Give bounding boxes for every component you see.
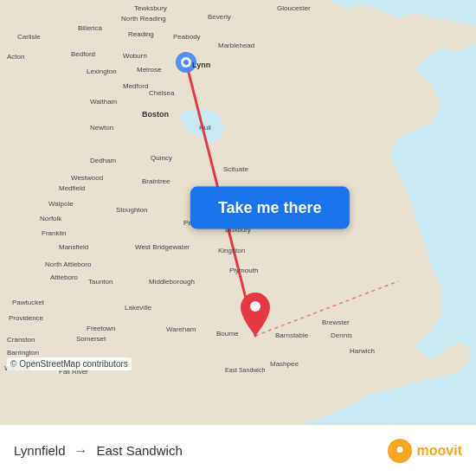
svg-text:Mansfield: Mansfield: [59, 243, 88, 251]
svg-text:Peabody: Peabody: [173, 33, 201, 41]
svg-text:Providence: Providence: [9, 314, 44, 322]
svg-text:West Bridgewater: West Bridgewater: [135, 243, 190, 251]
svg-text:Billerica: Billerica: [78, 24, 103, 32]
svg-text:Attleboro: Attleboro: [50, 273, 79, 281]
svg-text:Freetown: Freetown: [87, 325, 115, 332]
svg-text:Braintree: Braintree: [142, 177, 170, 185]
svg-text:Bedford: Bedford: [71, 50, 95, 58]
svg-text:Scituate: Scituate: [223, 165, 248, 173]
take-me-there-button[interactable]: Take me there: [190, 187, 350, 229]
svg-text:Brewster: Brewster: [322, 318, 350, 326]
moovit-text: moovit: [417, 443, 462, 459]
svg-text:Cranston: Cranston: [7, 336, 35, 344]
svg-text:Medfield: Medfield: [59, 184, 85, 192]
svg-text:Carlisle: Carlisle: [17, 33, 41, 41]
svg-text:East Sandwich: East Sandwich: [225, 367, 265, 373]
svg-text:North Attleboro: North Attleboro: [45, 261, 92, 268]
svg-text:Tewksbury: Tewksbury: [134, 4, 167, 12]
svg-text:Boston: Boston: [142, 110, 169, 119]
map-attribution: © OpenStreetMap contributors: [7, 357, 132, 370]
svg-text:Melrose: Melrose: [137, 66, 162, 74]
destination-label: East Sandwich: [97, 443, 183, 458]
svg-text:Norfolk: Norfolk: [40, 215, 62, 222]
svg-text:Bourne: Bourne: [216, 330, 239, 338]
moovit-icon: [388, 439, 412, 463]
svg-text:Marblehead: Marblehead: [218, 42, 254, 49]
svg-text:Kingston: Kingston: [218, 247, 245, 254]
svg-point-4: [183, 60, 189, 65]
svg-text:Reading: Reading: [128, 30, 154, 38]
svg-text:Pawtucket: Pawtucket: [12, 299, 45, 306]
svg-point-65: [396, 447, 402, 453]
svg-text:Newton: Newton: [90, 124, 113, 132]
svg-text:Middleborough: Middleborough: [149, 278, 195, 286]
svg-text:Lakeville: Lakeville: [125, 304, 152, 312]
svg-text:Westwood: Westwood: [71, 174, 103, 182]
svg-text:Medford: Medford: [123, 82, 148, 90]
svg-text:Beverly: Beverly: [208, 13, 231, 21]
svg-text:Wareham: Wareham: [166, 325, 196, 333]
svg-text:Barnstable: Barnstable: [275, 331, 309, 339]
svg-text:Lexington: Lexington: [87, 68, 117, 75]
moovit-logo: moovit: [388, 439, 462, 463]
svg-text:Somerset: Somerset: [76, 335, 106, 343]
svg-text:Taunton: Taunton: [88, 278, 113, 286]
svg-point-5: [250, 301, 261, 312]
svg-text:Chelsea: Chelsea: [149, 89, 175, 97]
svg-text:Dedham: Dedham: [90, 157, 117, 164]
svg-text:Stoughton: Stoughton: [116, 206, 147, 214]
svg-text:Hull: Hull: [199, 124, 211, 132]
svg-text:Plymouth: Plymouth: [229, 267, 258, 274]
arrow-icon: →: [74, 443, 88, 459]
svg-text:Dennis: Dennis: [331, 331, 352, 339]
svg-text:Acton: Acton: [7, 53, 24, 61]
bottom-bar: Lynnfield → East Sandwich moovit: [0, 424, 476, 476]
route-button-container: Take me there: [190, 187, 350, 229]
svg-text:Lynn: Lynn: [192, 61, 210, 69]
svg-text:Gloucester: Gloucester: [277, 4, 311, 12]
svg-text:Franklin: Franklin: [42, 229, 66, 237]
map-container: Tewksbury North Reading Beverly Gloucest…: [0, 0, 476, 424]
svg-text:Barrington: Barrington: [7, 349, 39, 357]
svg-text:Quincy: Quincy: [151, 154, 172, 162]
svg-text:Waltham: Waltham: [90, 98, 118, 106]
svg-text:Mashpee: Mashpee: [270, 360, 299, 368]
svg-text:North Reading: North Reading: [121, 15, 166, 23]
svg-text:Woburn: Woburn: [123, 52, 147, 60]
origin-label: Lynnfield: [14, 443, 66, 458]
svg-text:Walpole: Walpole: [48, 200, 74, 208]
svg-text:Harwich: Harwich: [350, 347, 375, 355]
